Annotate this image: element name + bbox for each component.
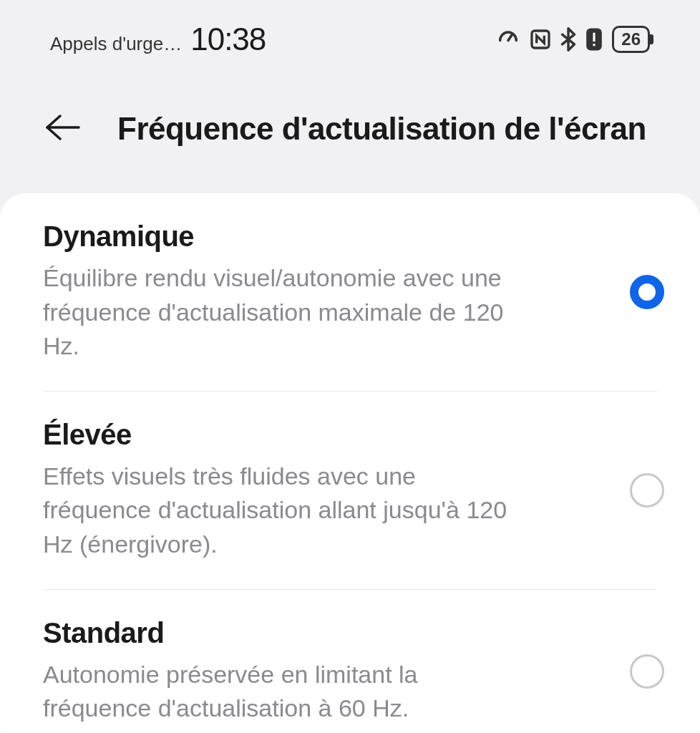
page-title: Fréquence d'actualisation de l'écran [117,111,646,147]
option-description: Autonomie préservée en limitant la fréqu… [43,658,515,726]
bluetooth-icon [560,27,576,52]
option-dynamic[interactable]: Dynamique Équilibre rendu visuel/autonom… [0,193,700,391]
nfc-icon [529,28,552,51]
status-bar: Appels d'urge… 10:38 [0,0,700,75]
battery-indicator: 26 [612,26,650,53]
status-right: 26 [496,26,650,53]
page-header: Fréquence d'actualisation de l'écran [0,75,700,186]
alert-icon [585,27,603,52]
option-content: Élevée Effets visuels très fluides avec … [43,419,608,562]
battery-tip [650,34,653,44]
option-content: Standard Autonomie préservée en limitant… [43,617,608,726]
radio-selected-icon [630,275,664,309]
svg-rect-3 [593,44,596,46]
option-description: Effets visuels très fluides avec une fré… [43,460,515,562]
option-content: Dynamique Équilibre rendu visuel/autonom… [43,220,608,364]
status-left: Appels d'urge… 10:38 [50,21,266,57]
radio-unselected-icon [630,654,664,689]
battery-level: 26 [621,29,641,49]
option-high[interactable]: Élevée Effets visuels très fluides avec … [0,392,700,589]
clock-time: 10:38 [190,21,266,57]
option-description: Équilibre rendu visuel/autonomie avec un… [43,261,515,364]
svg-rect-2 [593,33,596,42]
option-title: Élevée [43,419,608,451]
options-card: Dynamique Équilibre rendu visuel/autonom… [0,193,700,733]
arrow-left-icon [43,112,83,143]
option-standard[interactable]: Standard Autonomie préservée en limitant… [0,590,700,733]
option-title: Standard [43,617,608,649]
back-button[interactable] [43,112,83,146]
radio-unselected-icon [630,473,664,508]
option-title: Dynamique [43,220,608,253]
carrier-label: Appels d'urge… [50,33,182,55]
speed-icon [496,27,520,52]
